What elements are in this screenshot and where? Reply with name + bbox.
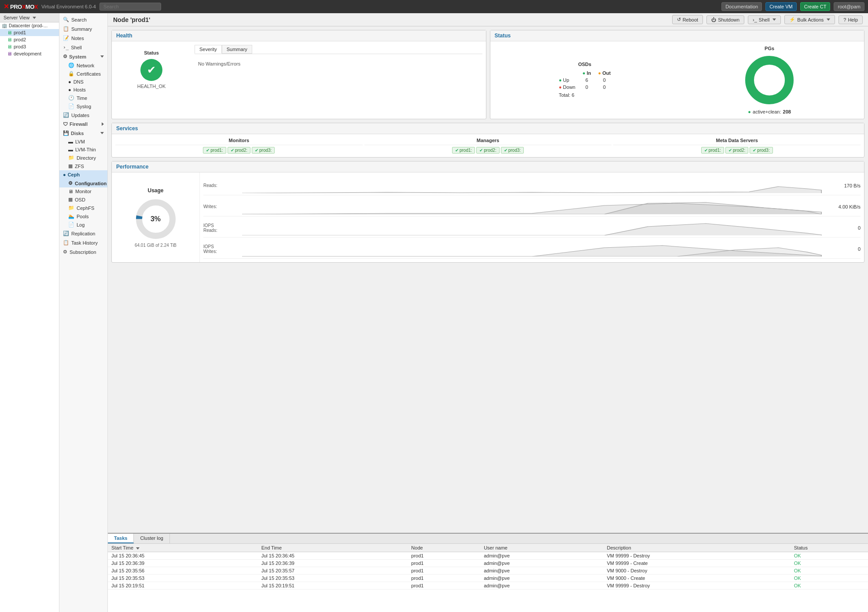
expand-icon <box>100 55 104 58</box>
cell-start: Jul 15 20:36:45 <box>108 552 258 560</box>
create-vm-button[interactable]: Create VM <box>765 2 797 11</box>
nav-ceph-config[interactable]: ⚙ Configuration <box>59 179 107 187</box>
node-development[interactable]: 🖥 development <box>0 50 59 57</box>
pg-legend-label: active+clean: <box>753 109 781 114</box>
nav-cephfs[interactable]: 📁 CephFS <box>59 204 107 212</box>
nav-log[interactable]: 📄 Log <box>59 220 107 229</box>
services-panel: Services Monitors ✔ prod1: ✔ prod2: ✔ pr… <box>111 123 864 158</box>
col-user[interactable]: User name <box>480 544 603 552</box>
monitors-col: Monitors ✔ prod1: ✔ prod2: ✔ prod3: <box>115 138 363 154</box>
health-status-area: Status ✔ HEALTH_OK <box>112 41 191 98</box>
cluster-log-tab[interactable]: Cluster log <box>134 534 170 543</box>
log-icon: 📄 <box>68 222 74 227</box>
usage-detail: 64.01 GiB of 2.24 TiB <box>135 243 177 248</box>
down-out: 0 <box>595 84 614 91</box>
osd-total-row: Total: 6 <box>555 91 614 99</box>
col-end-time[interactable]: End Time <box>258 544 408 552</box>
nav-search[interactable]: 🔍 Search <box>59 15 107 24</box>
task-history-icon: 📋 <box>63 240 69 246</box>
nav-pools[interactable]: 🏊 Pools <box>59 212 107 220</box>
pgs-title: PGs <box>765 46 774 51</box>
nav-updates[interactable]: 🔄 Updates <box>59 110 107 120</box>
nav-lvm-thin[interactable]: ▬ LVM-Thin <box>59 146 107 154</box>
shutdown-button[interactable]: ⏻ Shutdown <box>706 15 744 24</box>
reads-label: Reads: <box>203 183 239 188</box>
cert-icon: 🔒 <box>68 71 74 77</box>
documentation-button[interactable]: Documentation <box>721 2 762 11</box>
node-prod2[interactable]: 🖥 prod2 <box>0 36 59 43</box>
nav-network[interactable]: 🌐 Network <box>59 61 107 70</box>
cell-description: VM 9000 - Destroy <box>603 567 791 575</box>
writes-value: 4.00 KiB/s <box>825 204 861 209</box>
table-row[interactable]: Jul 15 20:35:56 Jul 15 20:35:57 prod1 ad… <box>108 567 868 575</box>
network-icon: 🌐 <box>68 62 74 68</box>
datacenter-label: Datacenter (prod-eu-centra... <box>9 23 48 28</box>
server-view-header[interactable]: Server View <box>0 13 59 22</box>
iops-reads-chart <box>242 220 822 235</box>
table-row[interactable]: Jul 15 20:36:39 Jul 15 20:36:39 prod1 ad… <box>108 560 868 567</box>
syslog-icon: 📄 <box>68 103 74 109</box>
nav-task-history[interactable]: 📋 Task History <box>59 238 107 247</box>
search-input[interactable] <box>99 3 161 11</box>
content-area: Health Status ✔ HEALTH_OK Severity Summa… <box>108 26 868 533</box>
osd-total: Total: 6 <box>555 91 614 99</box>
nav-hosts[interactable]: ● Hosts <box>59 86 107 94</box>
iops-writes-chart <box>242 241 822 257</box>
help-button[interactable]: ? Help <box>839 15 863 24</box>
node-prod3[interactable]: 🖥 prod3 <box>0 43 59 50</box>
nav-system[interactable]: ⚙ System <box>59 52 107 61</box>
directory-icon: 📁 <box>68 155 74 161</box>
node-icon: 🖥 <box>7 44 12 49</box>
usage-label: Usage <box>147 187 163 194</box>
mds-prod3: ✔ prod3: <box>750 147 772 154</box>
nav-dns[interactable]: ● DNS <box>59 78 107 86</box>
health-icon: ✔ <box>140 59 162 81</box>
col-node[interactable]: Node <box>408 544 480 552</box>
reboot-button[interactable]: ↺ Reboot <box>672 15 703 24</box>
col-status[interactable]: Status <box>791 544 868 552</box>
lvm-icon: ▬ <box>68 139 73 144</box>
up-in: 6 <box>579 77 595 84</box>
cell-end: Jul 15 20:19:51 <box>258 582 408 590</box>
cell-description: VM 99999 - Destroy <box>603 582 791 590</box>
tasks-tab[interactable]: Tasks <box>108 534 134 543</box>
nav-replication[interactable]: 🔄 Replication <box>59 229 107 238</box>
bulk-actions-button[interactable]: ⚡ Bulk Actions <box>784 15 835 24</box>
col-start-time[interactable]: Start Time <box>108 544 258 552</box>
table-row[interactable]: Jul 15 20:36:45 Jul 15 20:36:45 prod1 ad… <box>108 552 868 560</box>
nav-shell[interactable]: ›_ Shell <box>59 43 107 52</box>
services-header: Services <box>112 123 864 134</box>
nav-directory[interactable]: 📁 Directory <box>59 154 107 162</box>
server-view-label: Server View <box>4 15 29 20</box>
col-description[interactable]: Description <box>603 544 791 552</box>
osd-row-up: ● Up 6 0 <box>555 77 614 84</box>
nav-certificates[interactable]: 🔒 Certificates <box>59 70 107 78</box>
datacenter-node[interactable]: 🏢 Datacenter (prod-eu-centra... <box>0 22 59 29</box>
nav-notes[interactable]: 📝 Notes <box>59 33 107 43</box>
nav-firewall[interactable]: 🛡 Firewall <box>59 120 107 128</box>
nav-time[interactable]: 🕐 Time <box>59 94 107 102</box>
nav-disks[interactable]: 💾 Disks <box>59 128 107 138</box>
iops-reads-label: IOPSReads: <box>203 223 239 233</box>
create-ct-button[interactable]: Create CT <box>800 2 831 11</box>
nav-syslog[interactable]: 📄 Syslog <box>59 102 107 110</box>
node-prod1[interactable]: 🖥 prod1 <box>0 29 59 36</box>
perf-header: Performance <box>112 161 864 172</box>
monitor-icon: 🖥 <box>68 189 73 194</box>
table-row[interactable]: Jul 15 20:35:53 Jul 15 20:35:53 prod1 ad… <box>108 575 868 582</box>
nav-subscription[interactable]: ⚙ Subscription <box>59 247 107 257</box>
user-menu-button[interactable]: root@pam <box>834 2 864 11</box>
system-icon: ⚙ <box>63 54 67 59</box>
nav-summary[interactable]: 📋 Summary <box>59 24 107 33</box>
shell-button[interactable]: ›_ Shell <box>748 15 781 24</box>
nav-ceph-monitor[interactable]: 🖥 Monitor <box>59 187 107 195</box>
table-row[interactable]: Jul 15 20:19:51 Jul 15 20:19:51 prod1 ad… <box>108 582 868 590</box>
nav-ceph-osd[interactable]: ▦ OSD <box>59 195 107 204</box>
summary-tab[interactable]: Summary <box>222 45 252 54</box>
nav-zfs[interactable]: ▦ ZFS <box>59 162 107 170</box>
col-out: ● Out <box>595 70 614 77</box>
severity-tabs: Severity Summary <box>195 45 482 54</box>
nav-ceph[interactable]: ● Ceph <box>59 170 107 179</box>
severity-tab[interactable]: Severity <box>195 45 222 54</box>
nav-lvm[interactable]: ▬ LVM <box>59 138 107 146</box>
